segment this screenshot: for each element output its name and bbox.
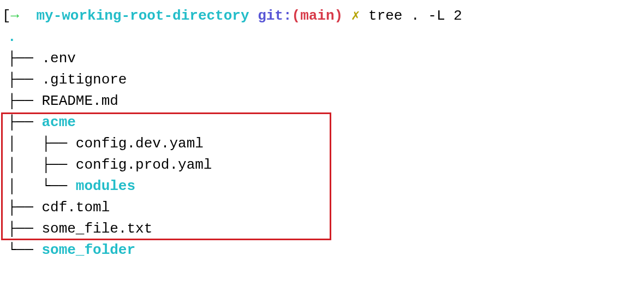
tree-line: ├── .gitignore (8, 69, 639, 91)
git-branch: main (300, 8, 334, 24)
tree-dir-name: modules (76, 178, 135, 194)
tree-branch-icon: │ ├── (8, 157, 76, 173)
git-label: git: (258, 8, 291, 24)
shell-prompt[interactable]: [→ my-working-root-directory git:(main) … (0, 5, 639, 27)
bracket-open-icon: [ (2, 8, 11, 24)
tree-line: ├── some_file.txt (8, 218, 639, 240)
tree-line: │ ├── config.prod.yaml (8, 155, 639, 176)
tree-line: │ ├── config.dev.yaml (8, 133, 639, 155)
tree-branch-icon: ├── (8, 72, 41, 88)
tree-file-name: .env (41, 50, 75, 67)
tree-branch-icon: ├── (8, 199, 41, 216)
tree-branch-icon: │ ├── (8, 135, 76, 152)
tree-line: ├── README.md (8, 91, 639, 112)
tree-branch-icon: ├── (8, 50, 41, 67)
tree-branch-icon: ├── (8, 114, 41, 130)
command-text: tree . -L 2 (368, 8, 462, 24)
tree-line: ├── acme (8, 112, 639, 133)
tree-file-name: .gitignore (41, 72, 127, 88)
tree-line: └── some_folder (8, 240, 639, 261)
git-dirty-icon: ✗ (351, 8, 360, 24)
tree-file-name: README.md (41, 93, 118, 109)
paren-open: ( (292, 8, 301, 24)
tree-dir-name: acme (41, 114, 75, 130)
tree-line: │ └── modules (8, 176, 639, 197)
tree-file-name: config.dev.yaml (76, 135, 204, 152)
tree-file-name: cdf.toml (41, 199, 110, 216)
cwd-label: my-working-root-directory (36, 8, 249, 24)
tree-dir-name: some_folder (41, 242, 135, 258)
tree-branch-icon: │ └── (8, 178, 76, 194)
tree-root-dot: . (0, 27, 639, 48)
paren-close: ) (335, 8, 343, 24)
tree-line: ├── .env (8, 48, 639, 69)
tree-file-name: some_file.txt (41, 221, 152, 237)
tree-branch-icon: ├── (8, 93, 41, 109)
tree-branch-icon: └── (8, 242, 41, 258)
tree-line: ├── cdf.toml (8, 197, 639, 218)
tree-file-name: config.prod.yaml (76, 157, 212, 173)
tree-output: ├── .env├── .gitignore├── README.md├── a… (0, 48, 639, 261)
tree-branch-icon: ├── (8, 221, 41, 237)
arrow-icon: → (11, 8, 20, 24)
